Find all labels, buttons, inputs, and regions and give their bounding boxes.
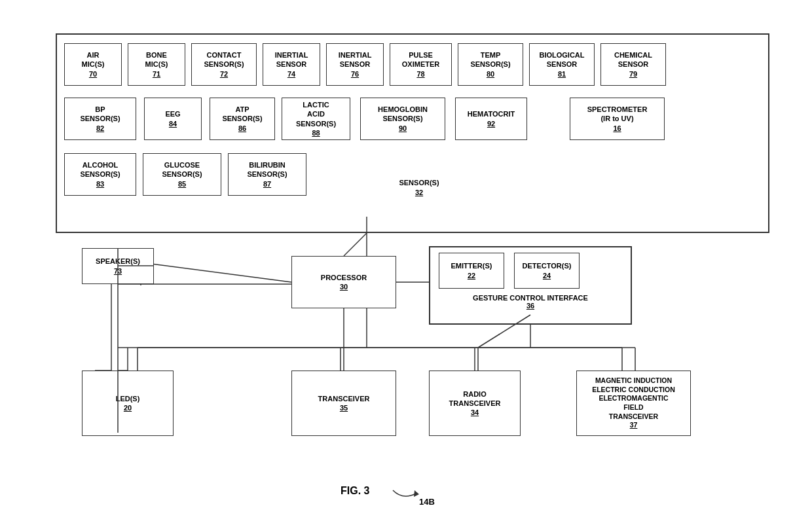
- leds-box: LED(S) 20: [82, 371, 174, 436]
- gesture-interface-label: GESTURE CONTROL INTERFACE 36: [429, 294, 632, 310]
- hemoglobin-sensor-box: HEMOGLOBINSENSOR(S) 90: [360, 98, 445, 140]
- atp-sensor-box: ATPSENSOR(S) 86: [210, 98, 275, 140]
- inertial-sensor-76-box: INERTIALSENSOR 76: [326, 43, 384, 86]
- processor-box: PROCESSOR 30: [291, 256, 396, 308]
- detectors-box: DETECTOR(S) 24: [514, 253, 580, 289]
- contact-sensor-box: CONTACTSENSOR(S) 72: [191, 43, 257, 86]
- lactic-acid-sensor-box: LACTICACIDSENSOR(S) 88: [282, 98, 350, 140]
- temp-sensor-box: TEMPSENSOR(S) 80: [458, 43, 523, 86]
- emitters-box: EMITTER(S) 22: [439, 253, 504, 289]
- speakers-box: SPEAKER(S) 73: [82, 248, 154, 284]
- bp-sensor-box: BPSENSOR(S) 82: [64, 98, 136, 140]
- hematocrit-box: HEMATOCRIT 92: [455, 98, 527, 140]
- biological-sensor-box: BIOLOGICALSENSOR 81: [529, 43, 595, 86]
- transceiver-box: TRANSCEIVER 35: [291, 371, 396, 436]
- fig-ref-label: 14B: [419, 497, 435, 507]
- air-mic-box: AIRMIC(S) 70: [64, 43, 122, 86]
- sensors-label-box: SENSOR(S) 32: [383, 170, 455, 206]
- svg-line-14: [344, 233, 367, 256]
- svg-line-8: [141, 262, 291, 282]
- inertial-sensor-74-box: INERTIALSENSOR 74: [263, 43, 320, 86]
- alcohol-sensor-box: ALCOHOLSENSOR(S) 83: [64, 153, 136, 196]
- bone-mic-box: BONEMIC(S) 71: [128, 43, 185, 86]
- spectrometer-box: SPECTROMETER(IR to UV) 16: [570, 98, 665, 140]
- svg-marker-28: [414, 490, 419, 497]
- radio-transceiver-box: RADIOTRANSCEIVER 34: [429, 371, 521, 436]
- pulse-oximeter-box: PULSEOXIMETER 78: [390, 43, 452, 86]
- bilirubin-sensor-box: BILIRUBINSENSOR(S) 87: [228, 153, 306, 196]
- magnetic-transceiver-box: MAGNETIC INDUCTIONELECTRIC CONDUCTIONELE…: [576, 371, 691, 436]
- chemical-sensor-box: CHEMICALSENSOR 79: [600, 43, 666, 86]
- eeg-box: EEG 84: [144, 98, 202, 140]
- fig-label: FIG. 3: [341, 485, 369, 497]
- glucose-sensor-box: GLUCOSESENSOR(S) 85: [143, 153, 221, 196]
- fig-arrow: [390, 484, 422, 503]
- diagram-container: SENSOR(S) 32 AIRMIC(S) 70 BONEMIC(S) 71 …: [20, 14, 792, 511]
